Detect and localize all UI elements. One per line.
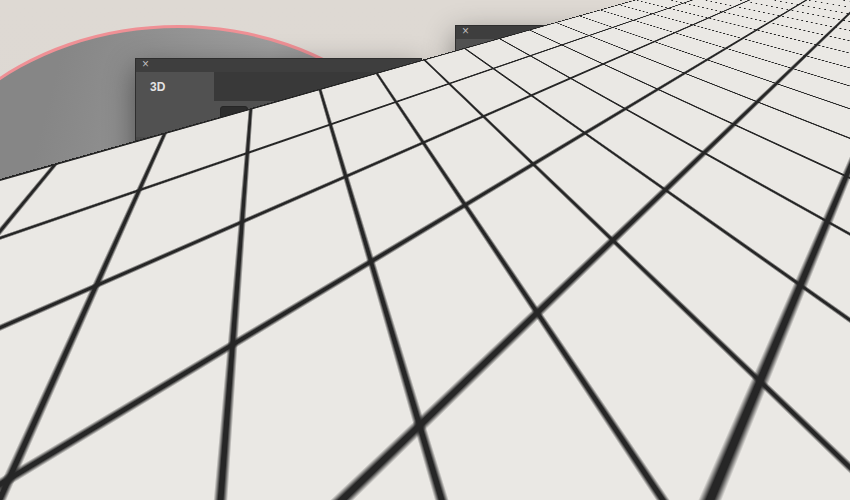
watermark-title: 百科全说 [646, 388, 790, 427]
3d-row-current-view[interactable]: 当前视图 [136, 177, 421, 197]
menu-item-new-texture[interactable]: 新建纹理... [539, 178, 850, 197]
visibility-eye-icon[interactable] [141, 380, 157, 393]
menu-item-edit-texture[interactable]: 编辑纹理... [539, 129, 850, 148]
diffuse-color-swatch[interactable] [496, 105, 524, 125]
specular-label: 镜像: [461, 129, 488, 146]
visibility-eye-icon[interactable] [141, 240, 157, 253]
opacity-row: 不透明度: 100% [456, 353, 717, 373]
render-mesh-icon[interactable] [226, 426, 240, 440]
3d-panel-titlebar: × « [136, 59, 421, 73]
bump-slider[interactable] [464, 338, 711, 342]
tab-properties[interactable]: 属性 [456, 39, 526, 68]
watermark-subtitle: 助你轻松解决 [655, 431, 781, 457]
3d-row-constraint-2[interactable]: ◎ 边界约束 2 [136, 357, 421, 377]
delete-item-icon[interactable]: × [339, 424, 353, 438]
row-label: 边界约束 2 [210, 360, 268, 377]
3d-row-marble-back-inflation[interactable]: Marble 后膨胀材质 [136, 317, 421, 337]
menu-separator [539, 240, 850, 241]
environment-icon: ☀ [172, 140, 182, 154]
illumination-label: 发光: [461, 150, 488, 167]
bump-label: 凹凸: [461, 317, 488, 334]
new-item-icon[interactable] [310, 424, 324, 438]
collapse-icon[interactable]: « [409, 58, 415, 71]
3d-row-marble-extrusion[interactable]: Marble 凸出材质 [136, 277, 421, 297]
3d-row-default-camera[interactable]: 默认相机 [136, 377, 421, 397]
close-icon[interactable]: × [142, 58, 149, 71]
shine-label: 闪亮: [461, 203, 488, 220]
visibility-eye-icon[interactable] [141, 280, 157, 293]
row-label: 边界约束 1 [210, 340, 268, 357]
visibility-eye-icon[interactable] [141, 300, 157, 313]
scene-tree-icon [170, 161, 182, 173]
menu-item-replace-texture[interactable]: 替换纹理... [539, 197, 850, 216]
filter-materials-icon[interactable] [275, 106, 301, 132]
trash-icon[interactable] [370, 426, 383, 438]
visibility-eye-icon[interactable] [141, 360, 157, 373]
visibility-eye-icon[interactable] [141, 220, 157, 233]
ambient-label: 环境: [461, 171, 488, 188]
add-light-icon[interactable] [249, 424, 259, 438]
constraint-icon: ◎ [192, 340, 202, 354]
menu-item-home-texture[interactable]: home-2318457_960_720 [539, 284, 850, 303]
3d-row-environment[interactable]: ☀ 环境 [136, 137, 421, 157]
specular-color-swatch[interactable] [496, 126, 524, 146]
chevron-right-icon[interactable]: › [163, 400, 166, 411]
diffuse-label: 漫射: [461, 108, 488, 125]
menu-item-marble-extrusion[interactable]: Marble 凸出材质 - 默认纹理 [539, 265, 850, 284]
3d-row-marble-front-bevel[interactable]: Marble 前斜面材质 [136, 257, 421, 277]
row-label: 当前视图 [222, 180, 270, 197]
illumination-color-swatch[interactable] [496, 147, 524, 167]
visibility-eye-icon[interactable] [141, 320, 157, 333]
material-icon [192, 261, 203, 273]
close-icon[interactable]: × [462, 25, 469, 38]
visibility-eye-icon[interactable] [141, 260, 157, 273]
tab-3d[interactable]: 3D [136, 72, 214, 101]
visibility-eye-icon[interactable] [141, 400, 157, 413]
folder-icon[interactable] [684, 357, 699, 367]
3d-row-constraint-1[interactable]: ◎ 边界约束 1 [136, 337, 421, 357]
refraction-label: 折射: [461, 396, 488, 413]
filter-lights-icon[interactable] [299, 106, 325, 132]
filter-meshes-icon[interactable] [249, 106, 275, 132]
ambient-color-swatch[interactable] [496, 168, 524, 188]
scrollbar[interactable] [410, 143, 415, 333]
collapse-icon[interactable]: « [705, 25, 711, 38]
3d-panel-toolbar: × [136, 416, 421, 446]
row-label: Marble 前斜面材质 [212, 260, 312, 277]
watermark: 百科全说 助你轻松解决 [613, 372, 822, 473]
material-header: 材质 [456, 69, 717, 98]
3d-row-marble-back-bevel[interactable]: Marble 后斜面材质 [136, 297, 421, 317]
mesh-icon: ✦ [176, 400, 185, 414]
3d-panel-tabbar: 3D [136, 72, 421, 102]
visibility-eye-icon[interactable] [141, 140, 157, 153]
row-label: Rose Gold [198, 400, 255, 414]
3d-row-infinite-light[interactable]: ☀ 无限光 1 [136, 197, 421, 217]
menu-item-remove-texture[interactable]: 移去纹理 [539, 216, 850, 235]
roughness-label: 粗糙度: [461, 277, 500, 294]
menu-item-seamless-gold[interactable]: seamless_gold_texture_by_o_o_o_o_0_o_o_o… [539, 303, 850, 322]
reflection-label: 反射: [461, 240, 488, 257]
opacity-value-field[interactable]: 100% [626, 353, 674, 370]
row-label: Marble 凸出材质 [212, 280, 300, 297]
3d-row-marble[interactable]: ∨ ✦ Marble [136, 217, 421, 237]
row-label: Marble 后斜面材质 [212, 300, 312, 317]
visibility-eye-icon[interactable] [141, 340, 157, 353]
visibility-eye-icon[interactable] [141, 180, 157, 193]
menu-item-marble[interactable]: Marble [539, 246, 850, 265]
3d-row-marble-front-inflation[interactable]: Marble 前膨胀材质 [136, 237, 421, 257]
texture-context-menu: 编辑纹理... 编辑 UV 属性... 新建纹理... 替换纹理... 移去纹理… [538, 124, 850, 310]
panel-menu-icon[interactable] [691, 49, 708, 60]
properties-titlebar: × « [456, 26, 717, 40]
chevron-down-icon[interactable]: ∨ [161, 220, 168, 231]
3d-row-rose-gold[interactable]: › ✦ Rose Gold [136, 397, 421, 417]
row-label: 环境 [190, 140, 214, 157]
panel-menu-icon[interactable] [395, 81, 412, 92]
visibility-eye-icon[interactable] [141, 160, 157, 173]
menu-item-edit-uv[interactable]: 编辑 UV 属性... [539, 148, 850, 167]
filter-whole-scene-icon[interactable] [220, 106, 248, 134]
add-material-icon[interactable] [277, 422, 297, 442]
material-icon [192, 301, 203, 313]
visibility-eye-icon[interactable] [141, 200, 157, 213]
3d-row-scene[interactable]: 场景 [136, 157, 421, 177]
material-icon [192, 241, 203, 253]
